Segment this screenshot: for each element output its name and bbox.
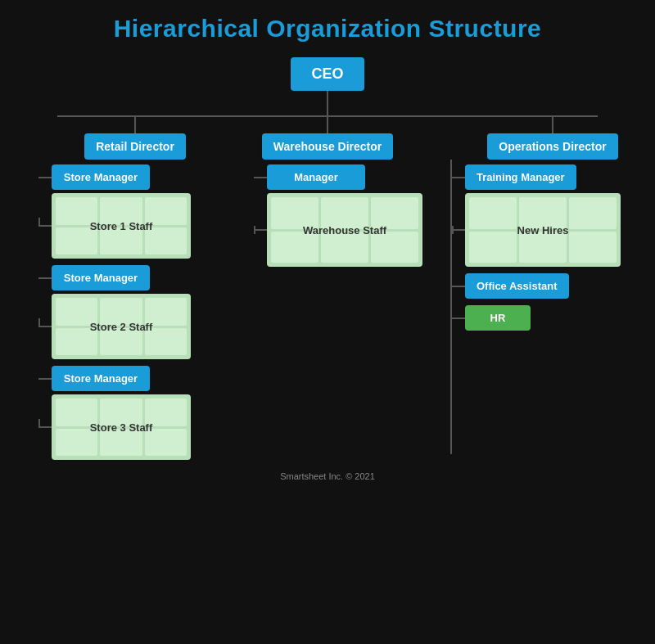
hr-box: HR [465,305,531,331]
ops-director-box: Operations Director [487,133,617,160]
warehouse-director-box: Warehouse Director [262,133,394,160]
ceo-box: CEO [291,57,364,91]
warehouse-staff-grid [267,193,422,267]
warehouse-manager-box: Manager [267,164,365,190]
level1-row: Retail Director Store Manager [16,117,639,463]
store2-staff-grid [52,294,191,359]
footer: Smartsheet Inc. © 2021 [280,463,375,488]
ceo-vline [327,91,328,115]
store1-staff-row: Store 1 Staff [38,193,191,259]
ceo-connector: CEO [291,57,364,115]
store-manager-2-row: Store Manager [38,265,191,290]
store-manager-1-box: Store Manager [52,164,150,190]
store-manager-3-box: Store Manager [52,366,150,391]
store2-staff-row: Store 2 Staff [38,294,191,359]
warehouse-col: Warehouse Director Manager [237,117,418,438]
ops-col: Operations Director Training Manager [442,117,639,454]
warehouse-staff-row: Warehouse Staff [254,193,422,267]
new-hires-grid-wrapper: New Hires [465,193,621,267]
warehouse-manager-row: Manager [254,164,422,190]
retail-vline-top [134,117,136,133]
retail-col: Retail Director Store Manager [16,117,213,463]
warehouse-vline-top [327,117,328,133]
retail-director-box: Retail Director [84,133,186,160]
store1-staff-grid-wrapper: Store 1 Staff [52,193,191,259]
store-manager-3-row: Store Manager [38,366,191,391]
store3-staff-row: Store 3 Staff [38,394,191,460]
warehouse-staff-grid-wrapper: Warehouse Staff [267,193,422,267]
office-assistant-box: Office Assistant [465,273,569,299]
page-title: Hierarchical Organization Structure [114,15,542,43]
store3-staff-grid [52,394,191,460]
training-manager-box: Training Manager [465,164,576,190]
office-assistant-row: Office Assistant [452,273,621,299]
store-manager-2-box: Store Manager [52,265,150,290]
store2-staff-grid-wrapper: Store 2 Staff [52,294,191,359]
new-hires-grid [465,193,621,267]
store-manager-1-row: Store Manager [38,164,191,190]
store3-staff-grid-wrapper: Store 3 Staff [52,394,191,460]
hr-row: HR [452,305,621,331]
ops-vline-top [552,117,553,133]
training-manager-row: Training Manager [452,164,621,190]
store1-staff-grid [52,193,191,259]
new-hires-row: New Hires [452,193,621,267]
